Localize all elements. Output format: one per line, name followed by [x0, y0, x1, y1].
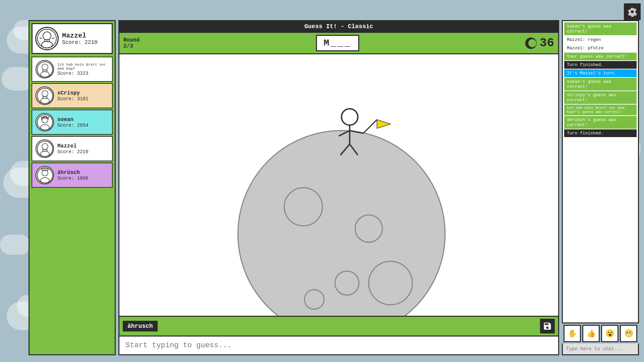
- svg-point-33: [341, 109, 358, 125]
- player-info-ahruesch: ährüsch Score: 1806: [57, 170, 88, 181]
- drawer-name: ährusch: [123, 321, 158, 331]
- chat-msg-2: Mazzel: pfütze: [564, 44, 637, 52]
- player-avatar-soean: [36, 113, 54, 131]
- player-avatar-ahruesch: [36, 166, 54, 184]
- current-player-score: Score: 2210: [62, 40, 98, 46]
- chat-msg-1: Mazzel: regen: [564, 36, 637, 44]
- save-button[interactable]: [540, 319, 555, 334]
- chat-msg-5: It's Mazzel's turn.: [564, 69, 637, 77]
- player-avatar-xcrispy: [36, 86, 54, 105]
- player-name-soean: soean: [57, 117, 88, 123]
- chat-msg-8: Ich hab kein Brett vor dem Kopf's guess …: [564, 105, 637, 115]
- player-name-ahruesch: ährüsch: [57, 170, 88, 176]
- drawing-canvas: [118, 53, 559, 317]
- chat-messages: soean's guess was correct! Mazzel: regen…: [562, 20, 639, 323]
- round-label: Round: [123, 37, 150, 43]
- round-current: 2/3: [123, 43, 150, 49]
- current-player-info: Mazzel Score: 2210: [62, 32, 98, 46]
- svg-point-27: [238, 131, 445, 316]
- player-info-xcrispy: xCrispy Score: 3181: [57, 90, 88, 102]
- reaction-row: ✋ 👍 😮 😬: [562, 325, 639, 342]
- save-icon: [543, 321, 552, 331]
- player-info-ihkbvdk: Ich hab kein Brett vor dem Kopf Score: 3…: [57, 63, 109, 76]
- chat-input-area: [562, 344, 639, 355]
- svg-line-39: [363, 120, 377, 133]
- chat-msg-6: soean's guess was correct!: [564, 78, 637, 90]
- thumbsup-reaction-button[interactable]: 👍: [582, 325, 600, 342]
- bottom-bar: ährusch: [118, 317, 559, 337]
- game-header: Round 2/3 M___ 36: [118, 32, 559, 53]
- current-player-avatar: [35, 27, 59, 50]
- game-title: Guess It! - Classic: [118, 20, 559, 32]
- round-info: Round 2/3: [123, 37, 150, 49]
- timer-value: 36: [540, 36, 554, 50]
- main-container: Mazzel Score: 2210 Ich hab kein Brett vo…: [29, 20, 639, 355]
- player-card-ihkbvdk: Ich hab kein Brett vor dem Kopf Score: 3…: [32, 57, 113, 82]
- player-info-mazzel2: Mazzel Score: 2210: [57, 143, 88, 155]
- player-score-xcrispy: Score: 3181: [57, 96, 88, 102]
- player-score-ahruesch: Score: 1806: [57, 176, 88, 181]
- oops-reaction-button[interactable]: 😬: [620, 325, 637, 342]
- timer-icon: [525, 37, 537, 49]
- player-card-soean: soean Score: 2654: [32, 110, 113, 135]
- player-card-ahruesch: ährüsch Score: 1806: [32, 163, 113, 188]
- chat-msg-0: soean's guess was correct!: [564, 22, 637, 35]
- settings-button[interactable]: [624, 3, 641, 20]
- drawing-svg: [119, 54, 558, 316]
- svg-point-26: [528, 39, 536, 47]
- settings-icon: [627, 7, 637, 17]
- player-score-soean: Score: 2654: [57, 123, 88, 128]
- svg-marker-40: [377, 120, 391, 128]
- left-panel: Mazzel Score: 2210 Ich hab kein Brett vo…: [29, 20, 116, 355]
- chat-msg-7: xCrispy's guess was correct!: [564, 91, 637, 104]
- hand-reaction-button[interactable]: ✋: [564, 325, 581, 342]
- word-display: M___: [154, 35, 522, 51]
- current-player-top-card: Mazzel Score: 2210: [32, 23, 113, 54]
- player-name-xcrispy: xCrispy: [57, 90, 88, 96]
- guess-area: [118, 337, 559, 355]
- guess-input[interactable]: [119, 337, 558, 354]
- player-score-ihkbvdk: Score: 3223: [57, 71, 109, 76]
- chat-msg-9: ährüsch's guess was correct!: [564, 116, 637, 129]
- word-box: M___: [316, 35, 359, 51]
- current-player-name: Mazzel: [62, 32, 98, 40]
- player-card-mazzel2: Mazzel Score: 2210: [32, 136, 113, 161]
- player-avatar-ihkbvdk: [36, 60, 54, 78]
- player-score-mazzel2: Score: 2210: [57, 149, 88, 155]
- player-name-mazzel2: Mazzel: [57, 143, 88, 149]
- chat-msg-10: Turn finished.: [564, 129, 637, 137]
- chat-msg-3: Your guess was correct!: [564, 53, 637, 60]
- middle-panel: Guess It! - Classic Round 2/3 M___ 36: [118, 20, 559, 355]
- player-avatar-mazzel2: [36, 139, 54, 158]
- chat-input[interactable]: [563, 344, 638, 354]
- player-info-soean: soean Score: 2654: [57, 117, 88, 128]
- chat-msg-4: Turn finished.: [564, 61, 637, 69]
- right-panel: soean's guess was correct! Mazzel: regen…: [562, 20, 639, 355]
- timer-area: 36: [525, 36, 554, 50]
- player-nick-ihkbvdk: Ich hab kein Brett vor dem Kopf: [57, 63, 109, 71]
- player-card-xcrispy: xCrispy Score: 3181: [32, 83, 113, 108]
- wow-reaction-button[interactable]: 😮: [601, 325, 619, 342]
